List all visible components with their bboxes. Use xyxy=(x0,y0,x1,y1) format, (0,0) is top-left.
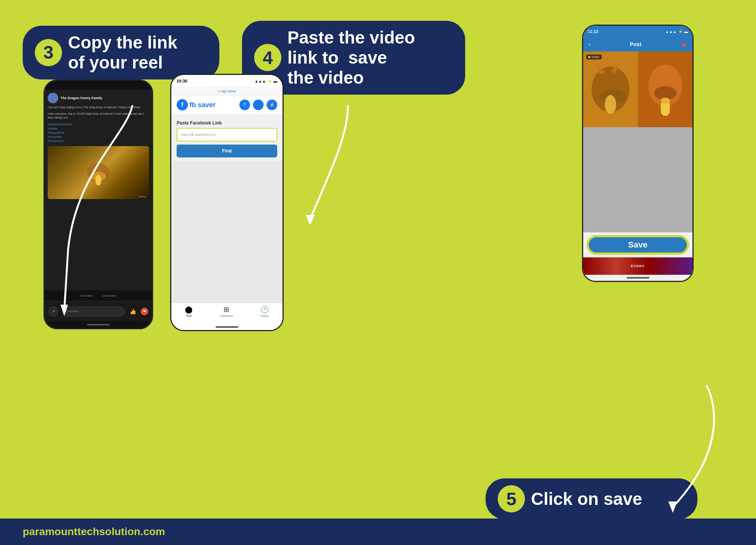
video-label: loading... xyxy=(138,195,147,198)
fb-logo-area: f fb saver xyxy=(177,99,216,111)
phone-1-content: The Dragon Funny Family Cat can't Stop E… xyxy=(45,81,152,328)
ad-text: EVONY xyxy=(631,264,645,268)
fb-saver-header: f fb saver ? 👤 ⚡ xyxy=(171,95,283,114)
phone2-body xyxy=(171,161,283,303)
cat-video-section: ▶ Video xyxy=(583,51,692,127)
post-username: The Dragon Funny Family xyxy=(61,96,102,100)
phone1-post-area: The Dragon Funny Family Cat can't Stop E… xyxy=(45,90,152,290)
post-text: Cat can't Stop Eating Corn | The Daily D… xyxy=(48,106,149,110)
step-5-badge: 5 Click on save xyxy=(486,478,697,519)
phone3-time: 11:12 xyxy=(588,29,598,34)
battery-icon: ▬ xyxy=(273,79,277,83)
back-button[interactable]: ‹ xyxy=(588,41,590,48)
paste-input-placeholder: https://fb.watch/mi1OU... xyxy=(181,133,219,137)
phone3-status-bar: 11:12 ▲▲▲ ⚡ ▬ xyxy=(583,26,692,37)
phone3-nav-bar: ‹ Post 🔖 xyxy=(583,37,692,51)
home-indicator-3 xyxy=(627,277,649,279)
comments-tab: Comments xyxy=(102,294,116,297)
phone2-time: 10:30 xyxy=(177,79,187,83)
gray-section xyxy=(583,127,692,232)
phone-3-mockup: 11:12 ▲▲▲ ⚡ ▬ ‹ Post 🔖 ▶ Video xyxy=(582,25,694,282)
phone-2-content: 10:30 ▲▲▲ ⚡ ▬ < App Store f fb saver ? 👤… xyxy=(171,75,283,330)
step-3-badge: 3 Copy the linkof your reel xyxy=(23,26,219,79)
status-icons: ▲▲▲ ⚡ ▬ xyxy=(255,79,277,83)
history-nav-icon: 🕐 xyxy=(261,305,269,314)
paste-label: Paste Facebook Link xyxy=(177,120,277,126)
phone3-wifi-icon: ⚡ xyxy=(678,30,683,34)
step-4-text: Paste the videolink to savethe video xyxy=(287,28,415,88)
history-nav-label: History xyxy=(261,315,269,317)
ad-banner: EVONY xyxy=(583,257,692,275)
svg-point-18 xyxy=(661,98,670,104)
overview-bar: Overview Comments xyxy=(45,290,152,301)
save-button[interactable]: Save xyxy=(588,236,688,254)
app-store-bar: < App Store xyxy=(171,87,283,95)
svg-rect-5 xyxy=(96,176,101,185)
step-4-number: 4 xyxy=(254,44,281,71)
phone3-status-icons: ▲▲▲ ⚡ ▬ xyxy=(665,30,688,34)
fb-logo: f xyxy=(177,99,188,111)
phone3-battery-icon: ▬ xyxy=(684,30,688,34)
phone1-home-bar xyxy=(45,321,152,328)
cat-video-bg xyxy=(48,146,149,199)
save-button-section: Save xyxy=(583,232,692,257)
signal-icon: ▲▲▲ xyxy=(255,79,266,83)
step-5-text: Click on save xyxy=(531,489,642,509)
header-icons: ? 👤 ⚡ xyxy=(239,100,277,110)
cat-right-panel xyxy=(638,51,693,127)
phone-3-content: 11:12 ▲▲▲ ⚡ ▬ ‹ Post 🔖 ▶ Video xyxy=(583,26,692,281)
post-hashtags: #dailydoseofinternet#snakes#RespectPost#… xyxy=(48,122,149,143)
paste-section: Paste Facebook Link https://fb.watch/mi1… xyxy=(171,114,283,161)
phone2-status-bar: 10:30 ▲▲▲ ⚡ ▬ xyxy=(171,75,283,87)
post-user-row: The Dragon Funny Family xyxy=(48,93,149,103)
post-text2: Hello everyone, this is YOUR Daily Dose … xyxy=(48,112,149,120)
home-indicator-2 xyxy=(216,326,238,328)
svg-point-12 xyxy=(605,95,616,114)
user-icon[interactable]: 👤 xyxy=(253,100,264,110)
comment-input-display: Comment... xyxy=(62,307,125,316)
phone-2-mockup: 10:30 ▲▲▲ ⚡ ▬ < App Store f fb saver ? 👤… xyxy=(170,74,284,331)
collections-nav-icon: ⊞ xyxy=(224,305,229,314)
video-thumbnail: loading... xyxy=(48,146,149,199)
overview-tab: Overview xyxy=(80,294,93,297)
nav-title: Post xyxy=(630,41,641,47)
step-3-text: Copy the linkof your reel xyxy=(68,33,177,73)
phone1-status-bar xyxy=(45,81,152,90)
help-icon[interactable]: ? xyxy=(239,100,250,110)
collections-nav-label: Collections xyxy=(220,315,233,317)
phone2-bottom-nav: ⬤ Find ⊞ Collections 🕐 History xyxy=(171,303,283,324)
bottom-bar: paramounttechsolution.com xyxy=(0,519,756,545)
react-button[interactable]: ❤ xyxy=(141,308,148,315)
find-nav-label: Find xyxy=(186,315,191,317)
nav-collections[interactable]: ⊞ Collections xyxy=(220,305,233,317)
website-url: paramounttechsolution.com xyxy=(23,526,165,538)
phone2-home-bar xyxy=(171,324,283,330)
phone3-home-bar xyxy=(583,275,692,281)
wifi-icon: ⚡ xyxy=(267,79,272,83)
phone3-signal-icon: ▲▲▲ xyxy=(665,30,677,34)
phone-1-mockup: The Dragon Funny Family Cat can't Stop E… xyxy=(43,79,153,329)
avatar xyxy=(48,93,58,103)
app-store-back[interactable]: < App Store xyxy=(218,89,236,93)
comment-placeholder: Comment... xyxy=(65,310,81,313)
step-5-number: 5 xyxy=(498,485,525,512)
bolt-icon[interactable]: ⚡ xyxy=(267,100,277,110)
phone1-bottom-bar: ↗ Comment... 👍 ❤ xyxy=(45,301,152,321)
home-indicator xyxy=(87,324,110,325)
nav-find[interactable]: ⬤ Find xyxy=(185,305,192,317)
saver-title: fb saver xyxy=(189,101,216,109)
cat-left-panel xyxy=(583,51,638,127)
share-button[interactable]: ↗ xyxy=(48,307,58,316)
nav-history[interactable]: 🕐 History xyxy=(261,305,269,317)
find-nav-icon: ⬤ xyxy=(185,305,192,314)
paste-input-box[interactable]: https://fb.watch/mi1OU... xyxy=(177,128,277,142)
bookmark-icon[interactable]: 🔖 xyxy=(681,41,687,47)
find-button[interactable]: Find xyxy=(177,145,277,157)
step-3-number: 3 xyxy=(35,39,62,66)
video-tag: ▶ Video xyxy=(586,54,602,59)
like-button[interactable]: 👍 xyxy=(129,307,137,316)
